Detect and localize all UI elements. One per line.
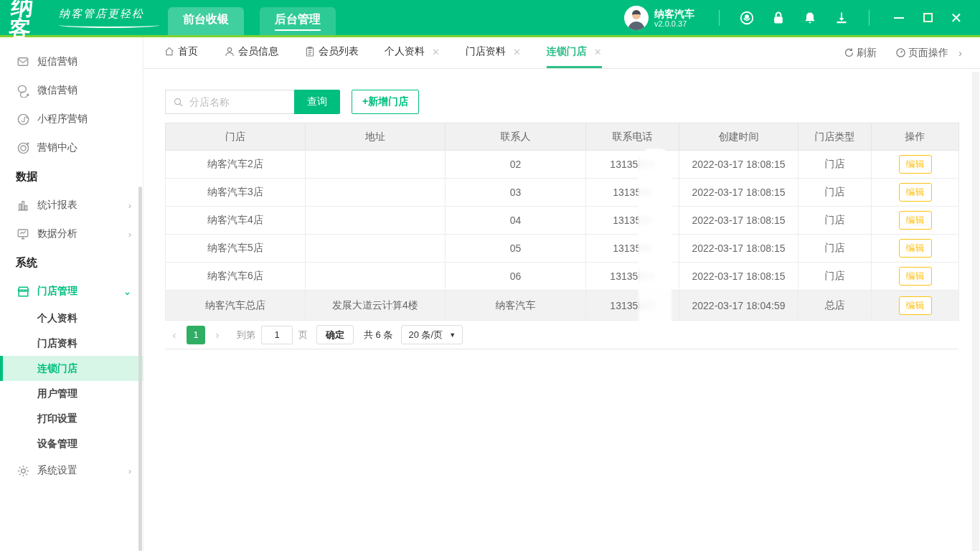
user-box[interactable]: 纳客汽车 v2.0.0.37 (624, 6, 694, 30)
sidebar-item-data-analysis[interactable]: 数据分析 › (0, 220, 143, 248)
search-icon (173, 97, 184, 108)
chain-stores-page: 查询 +新增门店 门店 地址 联系人 联系电话 创建时间 门店类型 (143, 69, 980, 551)
confirm-page-button[interactable]: 确定 (316, 325, 354, 344)
sidebar-item-system-settings[interactable]: 系统设置 › (0, 456, 143, 485)
mail-icon (16, 55, 30, 69)
tab-chain-stores[interactable]: 连锁门店 ✕ (547, 37, 602, 68)
cell-type: 门店 (798, 151, 872, 179)
close-icon[interactable]: ✕ (594, 47, 602, 57)
content-scrollbar[interactable] (972, 72, 979, 551)
bell-icon[interactable] (802, 10, 818, 26)
sidebar-item-label: 营销中心 (37, 141, 77, 154)
chevron-right-icon: › (128, 466, 131, 476)
tab-member-info[interactable]: 会员信息 (224, 37, 278, 68)
cell-type: 门店 (798, 179, 872, 207)
tab-member-list[interactable]: 会员列表 (304, 37, 359, 68)
table-row: 纳客汽车4店 04 1313580 2022-03-17 18:08:15 门店… (166, 207, 959, 235)
page-size-value: 20 条/页 (408, 329, 443, 342)
query-button[interactable]: 查询 (294, 90, 340, 114)
user-name: 纳客汽车 (654, 8, 694, 19)
page-number-button[interactable]: 1 (187, 326, 205, 344)
app-slogan: 纳客管店更轻松 (59, 7, 159, 21)
cell-store: 纳客汽车3店 (166, 179, 306, 207)
edit-button[interactable]: 编辑 (899, 211, 932, 230)
mode-tab-underline (275, 29, 321, 31)
sidebar: 短信营销 微信营销 小程序营销 营销中心 数据 (0, 37, 143, 551)
goto-label: 到第 (237, 329, 255, 342)
mode-tab-label: 后台管理 (275, 12, 321, 27)
sidebar-subitem-device-management[interactable]: 设备管理 (0, 431, 143, 456)
edit-button[interactable]: 编辑 (899, 267, 932, 286)
minimize-button[interactable] (888, 9, 910, 27)
mode-tab-admin[interactable]: 后台管理 (260, 7, 336, 35)
search-box[interactable] (165, 90, 294, 114)
sidebar-subitem-personal-profile[interactable]: 个人资料 (0, 306, 143, 331)
sidebar-item-wechat-marketing[interactable]: 微信营销 (0, 76, 143, 105)
refresh-button[interactable]: 刷新 (844, 47, 877, 60)
total-count-label: 共 6 条 (364, 329, 392, 342)
cell-actions: 编辑 (872, 151, 959, 179)
sidebar-item-marketing-center[interactable]: 营销中心 (0, 133, 143, 162)
cell-store: 纳客汽车6店 (166, 263, 306, 291)
stores-table: 门店 地址 联系人 联系电话 创建时间 门店类型 操作 纳客汽车2店 (165, 123, 959, 321)
sidebar-subitem-store-profile[interactable]: 门店资料 (0, 331, 143, 356)
page-size-select[interactable]: 20 条/页 ▼ (401, 325, 463, 344)
main-content: 首页 会员信息 会员列表 个人资料 ✕ (143, 37, 980, 551)
support-icon[interactable] (739, 10, 755, 26)
page-operations-button[interactable]: 页面操作 (895, 47, 948, 60)
close-icon[interactable]: ✕ (432, 47, 440, 57)
maximize-button[interactable] (917, 9, 938, 27)
sidebar-subitem-print-settings[interactable]: 打印设置 (0, 406, 143, 431)
tab-personal-profile[interactable]: 个人资料 ✕ (385, 37, 440, 68)
cell-created: 2022-03-17 18:08:15 (679, 179, 798, 207)
close-icon[interactable]: ✕ (513, 47, 521, 57)
app-header: 纳客 纳客管店更轻松 前台收银 后台管理 纳客汽车 (0, 0, 980, 37)
cell-actions: 编辑 (872, 263, 959, 291)
edit-button[interactable]: 编辑 (899, 239, 932, 258)
sidebar-item-miniprogram-marketing[interactable]: 小程序营销 (0, 105, 143, 133)
col-contact: 联系人 (446, 123, 586, 151)
edit-button[interactable]: 编辑 (899, 296, 932, 315)
monitor-icon (16, 227, 30, 241)
cell-actions: 编辑 (872, 235, 959, 263)
download-icon[interactable] (834, 10, 849, 26)
search-input[interactable] (189, 96, 283, 108)
cell-type: 总店 (798, 291, 872, 321)
sidebar-section-system: 系统 (0, 248, 143, 277)
next-page-button[interactable]: › (208, 329, 227, 341)
home-icon (164, 46, 175, 57)
lock-icon[interactable] (771, 10, 786, 26)
edit-button[interactable]: 编辑 (899, 155, 932, 174)
page-tabbar: 首页 会员信息 会员列表 个人资料 ✕ (143, 37, 980, 69)
cell-actions: 编辑 (872, 179, 959, 207)
col-actions: 操作 (872, 123, 959, 151)
add-store-button[interactable]: +新增门店 (352, 90, 419, 114)
sidebar-item-stat-reports[interactable]: 统计报表 › (0, 191, 143, 220)
cell-contact: 纳客汽车 (446, 291, 586, 321)
prev-page-button[interactable]: ‹ (165, 329, 184, 341)
tab-actions: 刷新 页面操作 › (825, 37, 962, 68)
sidebar-item-store-management[interactable]: 门店管理 ⌄ (0, 277, 143, 306)
mode-tab-cashier[interactable]: 前台收银 (168, 7, 244, 35)
close-button[interactable]: ✕ (946, 9, 967, 27)
sidebar-subitem-user-management[interactable]: 用户管理 (0, 381, 143, 406)
gauge-icon (895, 47, 906, 58)
divider (719, 10, 720, 26)
miniprogram-icon (16, 112, 30, 126)
cell-contact: 02 (446, 151, 586, 179)
tab-home[interactable]: 首页 (164, 37, 198, 68)
toolbar: 查询 +新增门店 (165, 90, 959, 114)
page-input[interactable] (261, 326, 293, 344)
tab-label: 会员信息 (238, 45, 278, 58)
sidebar-subitem-chain-stores[interactable]: 连锁门店 (0, 356, 143, 381)
chevron-right-icon[interactable]: › (958, 47, 962, 59)
page-operations-label: 页面操作 (908, 47, 948, 60)
tab-store-profile[interactable]: 门店资料 ✕ (466, 37, 521, 68)
cell-actions: 编辑 (872, 207, 959, 235)
sidebar-scrollbar[interactable] (138, 187, 142, 551)
brand-area: 纳客 纳客管店更轻松 (0, 0, 159, 40)
header-right: 纳客汽车 v2.0.0.37 (624, 6, 980, 30)
edit-button[interactable]: 编辑 (899, 183, 932, 202)
divider (869, 10, 870, 26)
sidebar-item-sms-marketing[interactable]: 短信营销 (0, 47, 143, 76)
